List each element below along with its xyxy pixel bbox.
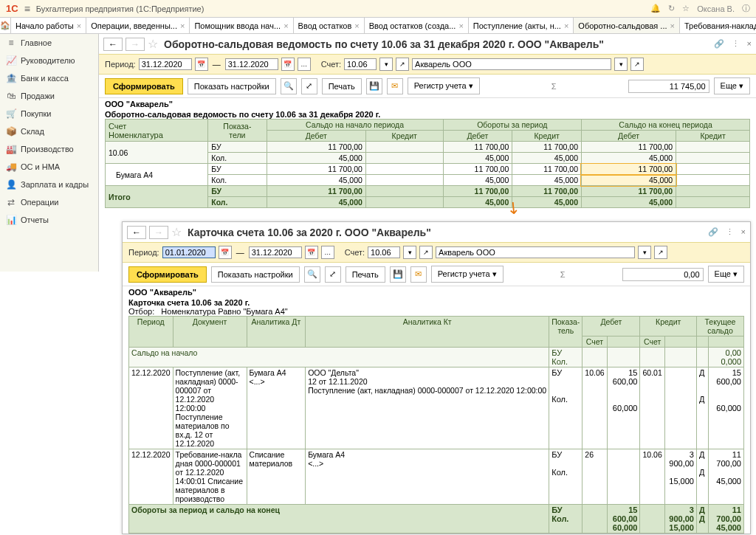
- org-input[interactable]: [412, 58, 611, 70]
- date-to-input[interactable]: [225, 58, 278, 70]
- report-osv: ← → ☆ Оборотно-сальдовая ведомость по сч…: [99, 34, 756, 208]
- expand-icon[interactable]: ⤢: [325, 266, 341, 283]
- user-name[interactable]: Оксана В.: [697, 4, 735, 13]
- more-button[interactable]: Еще ▾: [714, 77, 750, 94]
- open-icon[interactable]: ↗: [419, 246, 433, 259]
- bag-icon: 🛍: [6, 91, 16, 101]
- attach-icon[interactable]: 🔗: [714, 39, 724, 49]
- calendar-icon[interactable]: 📅: [305, 246, 318, 259]
- ellipsis-button[interactable]: …: [321, 246, 334, 259]
- register-button[interactable]: Регистр учета ▾: [408, 77, 480, 94]
- nav-back-button[interactable]: ←: [103, 38, 123, 51]
- sidebar-item-prod[interactable]: 🏭Производство: [0, 140, 98, 158]
- sidebar-item-stock[interactable]: 📦Склад: [0, 122, 98, 140]
- more-button[interactable]: Еще ▾: [708, 266, 744, 283]
- tab-2[interactable]: Помощник ввода нач...×: [190, 18, 293, 33]
- attach-icon[interactable]: 🔗: [708, 227, 718, 237]
- calendar-icon[interactable]: 📅: [219, 246, 232, 259]
- settings-button[interactable]: Показать настройки: [211, 266, 300, 283]
- ellipsis-button[interactable]: …: [298, 58, 311, 71]
- bank-icon: 🏦: [6, 73, 16, 83]
- factory-icon: 🏭: [6, 144, 16, 154]
- tab-7[interactable]: Требования-накладные×: [680, 18, 756, 33]
- open-icon[interactable]: ↗: [654, 246, 667, 259]
- close-icon[interactable]: ×: [458, 21, 463, 30]
- open-icon[interactable]: ↗: [630, 58, 644, 71]
- tab-4[interactable]: Ввод остатков (созда...×: [365, 18, 469, 33]
- account-input[interactable]: [344, 58, 377, 70]
- calendar-icon[interactable]: 📅: [195, 58, 208, 71]
- help-icon[interactable]: ⓘ: [742, 3, 750, 14]
- save-icon[interactable]: 💾: [390, 266, 406, 283]
- sidebar-item-manager[interactable]: 📈Руководителю: [0, 52, 98, 69]
- history-icon[interactable]: ↻: [668, 4, 675, 13]
- menu-icon[interactable]: ≡: [24, 3, 30, 15]
- sidebar-item-ops[interactable]: ⇄Операции: [0, 193, 98, 211]
- sidebar-item-purch[interactable]: 🛒Покупки: [0, 105, 98, 122]
- close-icon[interactable]: ×: [180, 21, 185, 30]
- close-icon[interactable]: ×: [284, 21, 288, 30]
- nav-fwd-button[interactable]: →: [149, 226, 168, 239]
- tab-0[interactable]: Начало работы×: [11, 18, 86, 33]
- print-button[interactable]: Печать: [322, 78, 362, 94]
- sidebar-item-hr[interactable]: 👤Зарплата и кадры: [0, 176, 98, 193]
- close-icon[interactable]: ×: [747, 39, 752, 49]
- dropdown-icon[interactable]: ▾: [614, 58, 628, 71]
- kebab-icon[interactable]: ⋮: [732, 39, 740, 49]
- register-button[interactable]: Регистр учета ▾: [431, 266, 504, 283]
- swap-icon: ⇄: [6, 197, 16, 207]
- tab-3[interactable]: Ввод остатков×: [294, 18, 365, 33]
- settings-button[interactable]: Показать настройки: [188, 78, 276, 94]
- report-icon: 📊: [6, 215, 16, 225]
- dropdown-icon[interactable]: ▾: [638, 246, 651, 259]
- date-from-input[interactable]: [162, 246, 216, 258]
- expand-icon[interactable]: ⤢: [301, 78, 317, 94]
- mail-icon[interactable]: ✉: [410, 266, 427, 283]
- tab-6[interactable]: Оборотно-сальдовая ...×: [574, 18, 680, 33]
- close-icon[interactable]: ×: [354, 21, 359, 30]
- form-button[interactable]: Сформировать: [128, 266, 207, 283]
- favorite-icon[interactable]: ☆: [171, 225, 182, 239]
- org-input[interactable]: [436, 246, 635, 258]
- truck-icon: 🚚: [6, 162, 16, 172]
- mail-icon[interactable]: ✉: [387, 78, 403, 94]
- close-icon[interactable]: ×: [741, 227, 746, 237]
- close-icon[interactable]: ×: [564, 21, 568, 30]
- search-icon[interactable]: 🔍: [281, 78, 297, 94]
- account-input[interactable]: [368, 246, 400, 258]
- sidebar: ≡Главное 📈Руководителю 🏦Банк и касса 🛍Пр…: [0, 34, 99, 272]
- app-header: 1С ≡ Бухгалтерия предприятия (1С:Предпри…: [0, 0, 756, 18]
- sidebar-item-main[interactable]: ≡Главное: [0, 34, 98, 52]
- save-icon[interactable]: 💾: [366, 78, 382, 94]
- sidebar-item-os[interactable]: 🚚ОС и НМА: [0, 158, 98, 176]
- favorite-icon[interactable]: ☆: [148, 37, 158, 51]
- date-from-input[interactable]: [139, 58, 192, 70]
- card-account-pane: ← → ☆ Карточка счета 10.06 за 2020 г. ОО…: [122, 221, 751, 534]
- dropdown-icon[interactable]: ▾: [379, 58, 393, 71]
- star-icon[interactable]: ☆: [682, 4, 690, 13]
- home-tab[interactable]: 🏠: [0, 18, 11, 33]
- dropdown-icon[interactable]: ▾: [403, 246, 416, 259]
- close-icon[interactable]: ×: [670, 21, 675, 30]
- calendar-icon[interactable]: 📅: [281, 58, 295, 71]
- tab-bar: 🏠 Начало работы× Операции, введенны...× …: [0, 18, 756, 34]
- close-icon[interactable]: ×: [77, 21, 81, 30]
- date-to-input[interactable]: [249, 246, 302, 258]
- sidebar-item-rep[interactable]: 📊Отчеты: [0, 211, 98, 229]
- sidebar-item-bank[interactable]: 🏦Банк и касса: [0, 69, 98, 87]
- report-title: Оборотно-сальдовая ведомость по счету 10…: [164, 38, 604, 50]
- form-button[interactable]: Сформировать: [105, 78, 183, 94]
- nav-back-button[interactable]: ←: [127, 226, 146, 239]
- bell-icon[interactable]: 🔔: [650, 4, 661, 13]
- tab-1[interactable]: Операции, введенны...×: [86, 18, 190, 33]
- open-icon[interactable]: ↗: [396, 58, 409, 71]
- tab-5[interactable]: Поступление (акты, н...×: [469, 18, 574, 33]
- sum-display: 11 745,00: [628, 80, 709, 93]
- kebab-icon[interactable]: ⋮: [726, 227, 734, 237]
- print-button[interactable]: Печать: [346, 266, 385, 283]
- box-icon: 📦: [6, 126, 16, 137]
- nav-fwd-button[interactable]: →: [126, 38, 145, 51]
- sidebar-item-sales[interactable]: 🛍Продажи: [0, 87, 98, 105]
- person-icon: 👤: [6, 179, 16, 190]
- search-icon[interactable]: 🔍: [304, 266, 320, 283]
